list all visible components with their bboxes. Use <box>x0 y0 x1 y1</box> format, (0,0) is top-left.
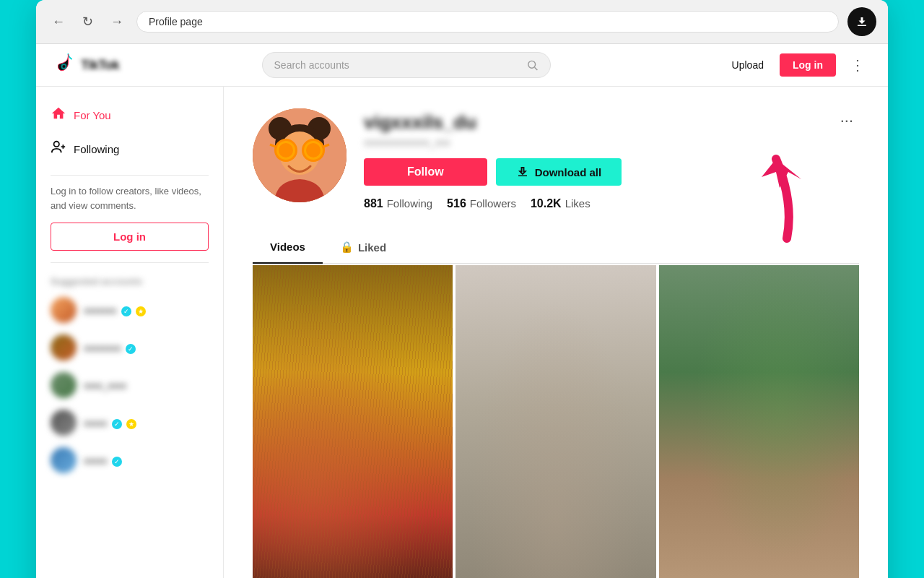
svg-point-2 <box>528 61 536 68</box>
tab-liked[interactable]: 🔒 Liked <box>323 232 404 264</box>
browser-chrome: ← ↻ → <box>36 0 888 44</box>
download-all-label: Download all <box>535 166 602 178</box>
follow-button[interactable]: Follow <box>364 158 487 186</box>
suggestion-name: xxxx_xxxx <box>84 380 126 391</box>
suggestion-name: xxxxx <box>84 455 108 466</box>
list-item[interactable]: xxxx_xxxx <box>36 366 223 404</box>
download-all-icon <box>516 165 529 178</box>
app-header: TikTok Upload Log in ⋮ <box>36 44 888 87</box>
sidebar: For You Following Log in to follow creat… <box>36 87 224 578</box>
header-more-button[interactable]: ⋮ <box>845 53 871 77</box>
list-item[interactable]: xxxxx ✓ <box>36 441 223 479</box>
likes-stat: 10.2K Likes <box>531 197 590 210</box>
svg-point-4 <box>54 142 59 147</box>
verified-badge: ✓ <box>121 306 131 316</box>
sidebar-item-for-you[interactable]: For You <box>36 98 223 132</box>
followers-stat: 516 Followers <box>447 197 516 210</box>
download-all-button[interactable]: Download all <box>496 158 622 186</box>
home-icon <box>51 105 66 125</box>
avatar <box>51 410 77 436</box>
avatar <box>51 297 77 323</box>
svg-point-1 <box>63 65 66 68</box>
followers-count: 516 <box>447 197 466 210</box>
profile-info: vigxxxils_du xxxxxxxxxxxxx_xxx Follow Do <box>364 108 622 217</box>
header-login-button[interactable]: Log in <box>780 53 836 77</box>
logo-text: TikTok <box>81 58 119 73</box>
following-count: 881 <box>364 197 383 210</box>
likes-count: 10.2K <box>531 197 562 210</box>
sidebar-divider-2 <box>51 262 209 263</box>
address-bar[interactable] <box>136 11 839 33</box>
suggestion-name: xxxxxxxx <box>84 342 121 353</box>
list-item[interactable]: xxxxxxx ✓ ★ <box>36 291 223 329</box>
video-grid: 1M 150K 124K <box>253 265 859 578</box>
suggestion-name: xxxxx <box>84 418 108 428</box>
search-bar[interactable] <box>262 52 551 78</box>
sidebar-login-button[interactable]: Log in <box>51 223 209 251</box>
video-thumb[interactable]: 1M <box>253 265 453 578</box>
back-button[interactable]: ← <box>48 12 69 33</box>
followers-stat-label: Followers <box>470 197 516 210</box>
avatar-inner <box>253 108 346 202</box>
gold-badge: ★ <box>136 306 146 316</box>
main-layout: For You Following Log in to follow creat… <box>36 87 888 578</box>
browser-download-button[interactable] <box>847 7 876 36</box>
video-thumb[interactable]: 150K <box>456 265 655 578</box>
svg-point-16 <box>306 143 321 158</box>
tab-videos[interactable]: Videos <box>253 232 323 264</box>
video-thumb[interactable]: 124K <box>659 265 859 578</box>
profile-username: vigxxxils_du <box>364 111 622 134</box>
profile-handle: xxxxxxxxxxxxx_xxx <box>364 137 622 148</box>
profile-top-row: vigxxxils_du xxxxxxxxxxxxx_xxx Follow Do <box>253 108 859 232</box>
avatar <box>51 372 77 398</box>
svg-point-12 <box>279 143 293 158</box>
profile-header-wrapper: vigxxxils_du xxxxxxxxxxxxx_xxx Follow Do <box>253 108 859 232</box>
profile-avatar <box>253 108 346 202</box>
profile-content: vigxxxils_du xxxxxxxxxxxxx_xxx Follow Do <box>224 87 888 578</box>
likes-stat-label: Likes <box>565 197 590 210</box>
browser-window: ← ↻ → TikTok <box>36 0 888 578</box>
lock-icon: 🔒 <box>340 241 354 254</box>
profile-more-button[interactable]: ··· <box>834 108 859 133</box>
verified-badge: ✓ <box>126 344 136 354</box>
list-item[interactable]: xxxxx ✓ ★ <box>36 404 223 441</box>
search-icon <box>526 59 539 72</box>
suggested-section-title: Suggested accounts <box>36 272 223 291</box>
verified-badge: ✓ <box>112 457 122 467</box>
download-icon <box>855 15 868 28</box>
following-label: Following <box>74 143 119 155</box>
avatar <box>51 335 77 361</box>
for-you-label: For You <box>74 109 111 121</box>
following-stat-label: Following <box>387 197 432 210</box>
following-icon <box>51 139 66 159</box>
list-item[interactable]: xxxxxxxx ✓ <box>36 329 223 366</box>
logo-area: TikTok <box>53 51 169 79</box>
sidebar-divider <box>51 175 209 176</box>
tabs-row: Videos 🔒 Liked <box>253 232 859 264</box>
upload-button[interactable]: Upload <box>725 55 771 75</box>
profile-stats: 881 Following 516 Followers 10.2K Likes <box>364 197 622 210</box>
profile-actions: Follow Download all <box>364 158 622 186</box>
header-right: Upload Log in ⋮ <box>725 53 871 77</box>
following-stat: 881 Following <box>364 197 432 210</box>
verified-badge: ✓ <box>112 419 122 429</box>
avatar <box>51 447 77 473</box>
svg-line-3 <box>534 67 537 70</box>
forward-button[interactable]: → <box>106 12 128 33</box>
reload-button[interactable]: ↻ <box>78 11 97 33</box>
sidebar-login-msg: Log in to follow creators, like videos, … <box>36 184 223 212</box>
tab-liked-label: Liked <box>358 241 386 254</box>
logo-icon <box>53 51 77 79</box>
suggestion-name: xxxxxxx <box>84 305 117 316</box>
profile-header: vigxxxils_du xxxxxxxxxxxxx_xxx Follow Do <box>253 108 622 217</box>
gold-badge: ★ <box>126 419 136 429</box>
search-input[interactable] <box>274 59 520 71</box>
sidebar-item-following[interactable]: Following <box>36 132 223 166</box>
